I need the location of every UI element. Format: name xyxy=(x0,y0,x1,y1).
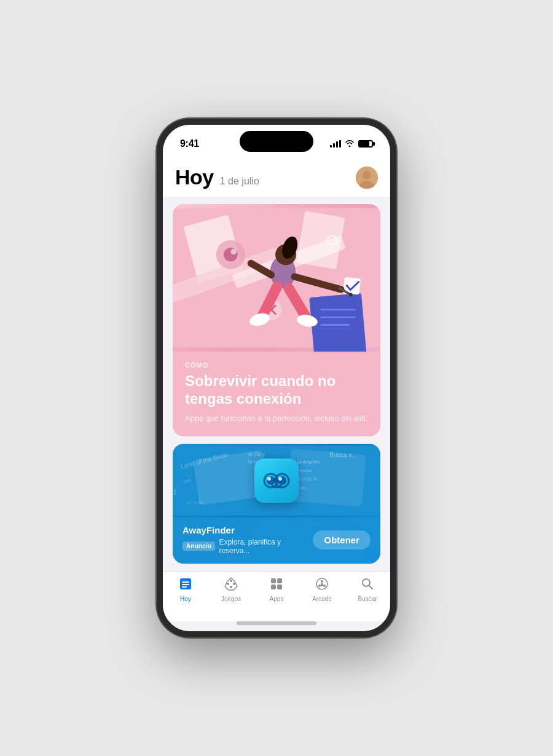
featured-text: CÓMO Sobrevivir cuando no tengas conexió… xyxy=(173,352,380,436)
featured-label: CÓMO xyxy=(185,361,368,369)
avatar[interactable] xyxy=(356,167,378,189)
battery-icon xyxy=(358,140,373,148)
ad-info: AwayFinder Anuncio Explora, planifica y … xyxy=(182,525,313,555)
svg-point-65 xyxy=(321,580,323,583)
svg-point-57 xyxy=(233,583,235,585)
tab-hoy[interactable]: Hoy xyxy=(163,577,208,602)
svg-line-70 xyxy=(369,586,373,589)
svg-rect-6 xyxy=(309,293,367,352)
svg-text:Busca v...: Busca v... xyxy=(329,452,357,459)
status-icons xyxy=(330,140,373,149)
phone-frame: 9:41 xyxy=(157,119,396,637)
svg-text:sar: sar xyxy=(173,487,177,495)
ad-app-name: AwayFinder xyxy=(182,525,313,535)
tab-buscar[interactable]: Buscar xyxy=(345,577,390,602)
featured-card[interactable]: CÓMO Sobrevivir cuando no tengas conexió… xyxy=(173,204,380,436)
svg-rect-62 xyxy=(271,585,276,589)
tab-buscar-icon xyxy=(360,577,375,594)
svg-point-1 xyxy=(363,171,371,179)
ad-tag-row: Anuncio Explora, planifica y reserva... xyxy=(182,538,313,555)
page-header: Hoy 1 de julio xyxy=(163,156,390,197)
ad-description: Explora, planifica y reserva... xyxy=(219,538,313,555)
tab-hoy-label: Hoy xyxy=(180,596,191,602)
tab-arcade-label: Arcade xyxy=(312,596,332,602)
svg-rect-66 xyxy=(321,583,323,586)
featured-title: Sobrevivir cuando no tengas conexión xyxy=(185,372,368,408)
tab-juegos-label: Juegos xyxy=(221,596,241,602)
tab-arcade-icon xyxy=(315,577,329,594)
svg-point-68 xyxy=(323,585,326,587)
tab-apps[interactable]: Apps xyxy=(254,577,299,602)
header-title-group: Hoy 1 de julio xyxy=(175,165,259,189)
featured-subtitle: Apps que funcionan a la perfección, incl… xyxy=(185,413,368,424)
svg-rect-53 xyxy=(182,581,189,583)
svg-text:un hotel: un hotel xyxy=(187,500,204,505)
dynamic-island xyxy=(240,131,313,152)
home-indicator xyxy=(237,621,316,625)
tab-bar: Hoy Juegos xyxy=(163,571,390,621)
ad-get-button[interactable]: Obtener xyxy=(313,530,371,549)
header-date: 1 de julio xyxy=(220,176,259,187)
ad-content: AwayFinder Anuncio Explora, planifica y … xyxy=(173,518,380,564)
svg-point-51 xyxy=(278,477,282,481)
tab-juegos[interactable]: Juegos xyxy=(208,577,254,602)
svg-point-14 xyxy=(230,249,236,254)
tab-juegos-icon xyxy=(224,577,238,594)
svg-point-59 xyxy=(227,583,229,585)
svg-rect-54 xyxy=(182,584,189,585)
wifi-icon xyxy=(345,140,355,149)
tab-hoy-icon xyxy=(178,577,193,594)
content-scroll[interactable]: Hoy 1 de julio xyxy=(163,156,390,571)
svg-rect-61 xyxy=(277,578,282,583)
svg-point-58 xyxy=(230,586,232,588)
tab-apps-icon xyxy=(269,577,284,594)
svg-point-29 xyxy=(349,293,353,297)
svg-rect-60 xyxy=(271,578,276,583)
svg-rect-55 xyxy=(182,586,187,588)
featured-illustration xyxy=(173,204,380,352)
tab-apps-label: Apps xyxy=(270,596,284,602)
svg-text:Los Angeles: Los Angeles xyxy=(294,459,320,464)
ad-badge: Anuncio xyxy=(182,541,215,551)
page-title: Hoy xyxy=(175,165,214,189)
tab-buscar-label: Buscar xyxy=(358,596,377,602)
svg-rect-63 xyxy=(277,585,282,589)
screen: 9:41 xyxy=(163,125,390,631)
ad-app-icon xyxy=(254,459,299,503)
ad-background: Land of the Gods Inn Los Angeles Denpasa… xyxy=(173,444,380,518)
svg-point-67 xyxy=(318,585,321,587)
svg-text:el día y: el día y xyxy=(248,451,265,457)
ad-card[interactable]: Land of the Gods Inn Los Angeles Denpasa… xyxy=(173,444,380,564)
svg-point-50 xyxy=(267,477,271,481)
signal-icon xyxy=(330,140,341,148)
svg-point-56 xyxy=(230,580,232,582)
status-bar: 9:41 xyxy=(163,125,390,156)
tab-arcade[interactable]: Arcade xyxy=(299,577,345,602)
status-time: 9:41 xyxy=(180,138,199,149)
